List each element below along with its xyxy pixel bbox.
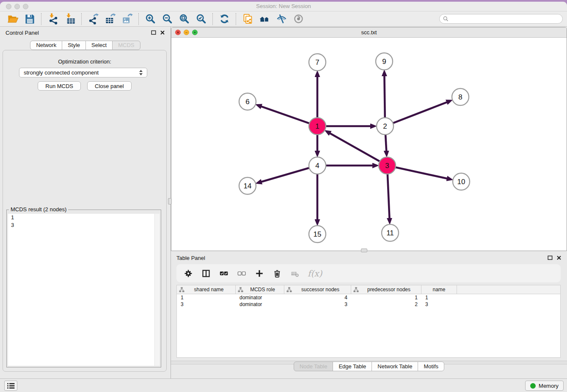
vertical-splitter-handle[interactable] xyxy=(168,198,172,204)
graph-edge-2-3[interactable] xyxy=(385,133,386,151)
table-cell: 3 xyxy=(284,301,351,308)
close-panel-icon[interactable] xyxy=(556,255,561,260)
graph-node-label: 6 xyxy=(245,98,249,106)
table-panel-header: Table Panel xyxy=(171,252,567,264)
graph-node-4[interactable]: 4 xyxy=(309,157,326,174)
graph-node-10[interactable]: 10 xyxy=(453,173,470,190)
export-table-button[interactable] xyxy=(102,12,118,26)
network-zoom-button[interactable]: + xyxy=(192,30,198,35)
control-tab-style[interactable]: Style xyxy=(62,41,86,50)
table-row[interactable]: 1dominator411 xyxy=(177,294,560,301)
result-scrollbar[interactable] xyxy=(154,214,160,366)
home-networks-button[interactable] xyxy=(256,12,273,26)
zoom-selected-button[interactable] xyxy=(193,12,209,26)
network-minimize-button[interactable]: − xyxy=(184,30,189,35)
network-close-button[interactable]: ✕ xyxy=(175,30,181,35)
column-header-shared-name[interactable]: shared name xyxy=(177,285,236,294)
deselect-all-rows-button[interactable] xyxy=(237,268,246,278)
zoom-out-button[interactable] xyxy=(159,12,176,26)
graph-node-11[interactable]: 11 xyxy=(382,224,399,241)
zoom-out-icon xyxy=(162,13,173,25)
graph-edge-2-9[interactable] xyxy=(384,76,385,119)
graph-edge-3-1[interactable] xyxy=(330,133,381,162)
graph-node-15[interactable]: 15 xyxy=(309,226,326,243)
table-toolbar: f(x) xyxy=(176,264,561,282)
optimization-select-value: strongly connected component xyxy=(24,69,99,76)
show-column-panel-button[interactable] xyxy=(201,268,211,278)
table-tab-edge-table[interactable]: Edge Table xyxy=(333,362,372,371)
memory-status-icon xyxy=(530,383,536,389)
graph-node-9[interactable]: 9 xyxy=(376,53,393,70)
memory-label: Memory xyxy=(539,383,559,389)
export-image-icon xyxy=(121,13,133,25)
network-canvas[interactable]: 1234678910111415 xyxy=(171,38,567,251)
create-column-button[interactable] xyxy=(254,268,264,278)
apply-layout-button[interactable] xyxy=(216,12,233,26)
zoom-fit-button[interactable] xyxy=(176,12,193,26)
open-session-button[interactable] xyxy=(4,12,21,26)
run-mcds-button[interactable]: Run MCDS xyxy=(38,81,81,91)
zoom-selected-icon xyxy=(195,13,207,25)
hide-selected-button[interactable] xyxy=(273,12,290,26)
show-panels-button[interactable] xyxy=(4,381,17,391)
table-tab-node-table[interactable]: Node Table xyxy=(294,362,333,371)
graph-edge-3-11[interactable] xyxy=(388,173,390,218)
graph-edge-4-14[interactable] xyxy=(261,168,311,182)
import-table-button[interactable] xyxy=(61,12,78,26)
column-header-successor-nodes[interactable]: successor nodes xyxy=(284,285,351,294)
column-header-name[interactable]: name xyxy=(421,285,457,294)
table-tab-motifs[interactable]: Motifs xyxy=(418,362,444,371)
horizontal-splitter-handle[interactable] xyxy=(361,248,367,252)
graph-node-label: 3 xyxy=(385,162,389,170)
column-header-mcds-role[interactable]: MCDS role xyxy=(236,285,284,294)
import-network-button[interactable] xyxy=(44,12,61,26)
mcds-result-item[interactable]: 3 xyxy=(8,221,160,229)
clone-network-button[interactable] xyxy=(239,12,256,26)
show-all-button[interactable] xyxy=(290,12,307,26)
export-network-button[interactable] xyxy=(85,12,102,26)
graph-node-7[interactable]: 7 xyxy=(309,54,326,71)
mcds-result-item[interactable]: 1 xyxy=(8,214,160,221)
table-tab-network-table[interactable]: Network Table xyxy=(372,362,418,371)
graph-node-label: 9 xyxy=(382,58,386,66)
clone-network-icon xyxy=(242,13,253,25)
graph-node-3[interactable]: 3 xyxy=(379,157,396,174)
column-label: shared name xyxy=(184,287,233,293)
close-panel-icon[interactable] xyxy=(160,30,165,35)
delete-column-button[interactable] xyxy=(272,268,282,278)
control-tab-select[interactable]: Select xyxy=(85,41,113,50)
control-panel-tabs: NetworkStyleSelectMCDS xyxy=(0,41,171,50)
select-all-rows-button[interactable] xyxy=(219,268,228,278)
float-panel-icon[interactable] xyxy=(151,30,156,35)
optimization-select[interactable]: strongly connected component xyxy=(19,68,147,77)
memory-button[interactable]: Memory xyxy=(525,381,564,391)
table-settings-button[interactable] xyxy=(183,268,193,278)
graph-edge-1-6[interactable] xyxy=(261,106,311,124)
close-panel-button[interactable]: Close panel xyxy=(87,81,132,91)
control-tab-network[interactable]: Network xyxy=(30,41,62,50)
title-bar[interactable]: Session: New Session xyxy=(0,2,567,11)
delete-table-icon xyxy=(290,269,300,278)
graph-node-6[interactable]: 6 xyxy=(239,93,256,110)
graph-edge-3-10[interactable] xyxy=(394,167,447,179)
column-header-predecessor-nodes[interactable]: predecessor nodes xyxy=(351,285,421,294)
graph-node-1[interactable]: 1 xyxy=(309,118,326,135)
graph-node-14[interactable]: 14 xyxy=(239,177,256,194)
toolbar-separator xyxy=(81,13,82,25)
save-session-button[interactable] xyxy=(21,12,38,26)
float-panel-icon[interactable] xyxy=(548,255,553,260)
graph-node-2[interactable]: 2 xyxy=(377,118,394,135)
export-image-button[interactable] xyxy=(118,12,135,26)
houses-icon xyxy=(259,13,270,25)
network-window-titlebar[interactable]: ✕ − + scc.txt xyxy=(171,28,567,38)
graph-edge-2-8[interactable] xyxy=(392,102,447,124)
graph-node-8[interactable]: 8 xyxy=(452,88,469,105)
control-tab-mcds[interactable]: MCDS xyxy=(112,41,140,50)
search-input[interactable] xyxy=(451,16,559,22)
delete-table-button xyxy=(290,268,300,278)
table-row[interactable]: 3dominator323 xyxy=(177,301,560,308)
zoom-in-button[interactable] xyxy=(142,12,159,26)
status-bar: Memory xyxy=(0,378,567,392)
import-table-icon xyxy=(64,13,76,25)
mcds-result-list[interactable]: 13 xyxy=(8,214,160,366)
